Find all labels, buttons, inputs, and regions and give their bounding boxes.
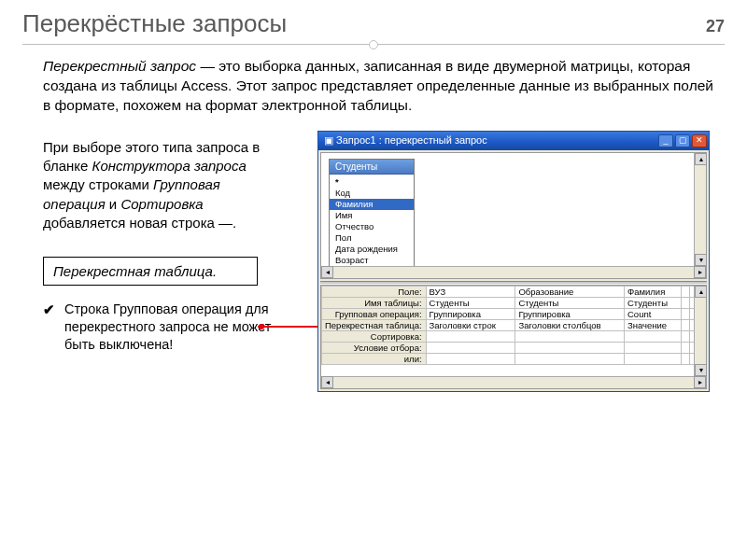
grid-cell[interactable]: Значение	[624, 319, 681, 330]
grid-row-label: Условие отбора:	[322, 342, 427, 353]
divider	[22, 40, 725, 49]
grid-row-label: Сортировка:	[322, 330, 427, 342]
scrollbar-vertical-2[interactable]: ▴▾	[694, 286, 706, 376]
grid-cell[interactable]	[682, 330, 690, 342]
grid-cell[interactable]	[682, 286, 690, 297]
bullet-note: ✔ Строка Групповая операция для перекрес…	[43, 301, 286, 354]
grid-cell[interactable]	[682, 297, 690, 308]
grid-cell[interactable]	[624, 353, 681, 364]
grid-cell[interactable]: Заголовки строк	[426, 319, 515, 330]
scrollbar-vertical[interactable]: ▴ ▾	[694, 153, 706, 266]
grid-cell[interactable]: Группировка	[515, 308, 625, 319]
grid-cell[interactable]: Count	[624, 308, 681, 319]
scroll-down-icon[interactable]: ▾	[695, 254, 707, 266]
table-box[interactable]: Студенты *КодФамилияИмяОтчествоПолДата р…	[329, 159, 415, 279]
grid-row-label: Перекрестная таблица:	[322, 319, 427, 330]
scroll-up-icon[interactable]: ▴	[695, 153, 707, 165]
grid-cell[interactable]	[426, 353, 515, 364]
grid-cell[interactable]	[515, 342, 625, 353]
tables-pane[interactable]: Студенты *КодФамилияИмяОтчествоПолДата р…	[320, 152, 707, 279]
field-item[interactable]: Код	[330, 188, 414, 199]
side-paragraph: При выборе этого типа запроса в бланке К…	[43, 138, 286, 232]
close-button[interactable]: ✕	[692, 134, 707, 147]
scroll-left-icon[interactable]: ◂	[321, 266, 333, 278]
grid-row-label: Имя таблицы:	[322, 297, 427, 308]
field-item[interactable]: Пол	[330, 232, 414, 244]
scrollbar-horizontal[interactable]: ◂ ▸	[321, 266, 706, 278]
grid-cell[interactable]	[682, 308, 690, 319]
field-item[interactable]: Возраст	[330, 255, 414, 266]
scrollbar-horizontal-2[interactable]: ◂▸	[321, 376, 706, 388]
grid-cell[interactable]	[624, 342, 681, 353]
field-item[interactable]: *	[330, 176, 414, 188]
field-item[interactable]: Фамилия	[330, 199, 414, 210]
check-icon: ✔	[43, 301, 55, 354]
grid-cell[interactable]: Образование	[515, 286, 625, 297]
page-number: 27	[706, 17, 725, 36]
grid-cell[interactable]: Заголовки столбцов	[515, 319, 625, 330]
grid-cell[interactable]	[682, 342, 690, 353]
grid-cell[interactable]: Группировка	[426, 308, 515, 319]
table-name: Студенты	[330, 160, 414, 175]
grid-cell[interactable]: Фамилия	[624, 286, 681, 297]
grid-cell[interactable]: Студенты	[426, 297, 515, 308]
grid-cell[interactable]	[515, 353, 625, 364]
grid-cell[interactable]: ВУЗ	[426, 286, 515, 297]
maximize-button[interactable]: ▢	[675, 134, 690, 147]
grid-cell[interactable]: Студенты	[624, 297, 681, 308]
intro-term: Перекрестный запрос	[43, 58, 196, 74]
scroll-right-icon[interactable]: ▸	[694, 266, 706, 278]
grid-cell[interactable]	[624, 330, 681, 342]
page-title: Перекрёстные запросы	[22, 9, 287, 38]
query-grid-pane[interactable]: Поле:ВУЗОбразованиеФамилияИмя таблицы:Ст…	[320, 285, 707, 389]
field-item[interactable]: Отчество	[330, 221, 414, 232]
minimize-button[interactable]: _	[658, 134, 673, 147]
titlebar[interactable]: ▣ Запрос1 : перекрестный запрос _ ▢ ✕	[318, 132, 709, 150]
callout-crosstab: Перекрестная таблица.	[43, 257, 258, 286]
bullet-text: Строка Групповая операция для перекрестн…	[64, 301, 286, 354]
query-grid[interactable]: Поле:ВУЗОбразованиеФамилияИмя таблицы:Ст…	[321, 286, 706, 365]
window-title: ▣ Запрос1 : перекрестный запрос	[324, 134, 487, 147]
grid-row-label: Поле:	[322, 286, 427, 297]
intro-paragraph: Перекрестный запрос — это выборка данных…	[0, 57, 747, 119]
grid-cell[interactable]	[682, 353, 690, 364]
grid-cell[interactable]	[682, 319, 690, 330]
field-item[interactable]: Дата рождения	[330, 244, 414, 255]
grid-cell[interactable]	[515, 330, 625, 342]
grid-cell[interactable]	[426, 330, 515, 342]
grid-cell[interactable]	[426, 342, 515, 353]
access-window: ▣ Запрос1 : перекрестный запрос _ ▢ ✕ Ст…	[317, 131, 710, 392]
field-item[interactable]: Имя	[330, 210, 414, 221]
grid-cell[interactable]: Студенты	[515, 297, 625, 308]
grid-row-label: Групповая операция:	[322, 308, 427, 319]
grid-row-label: или:	[322, 353, 427, 364]
